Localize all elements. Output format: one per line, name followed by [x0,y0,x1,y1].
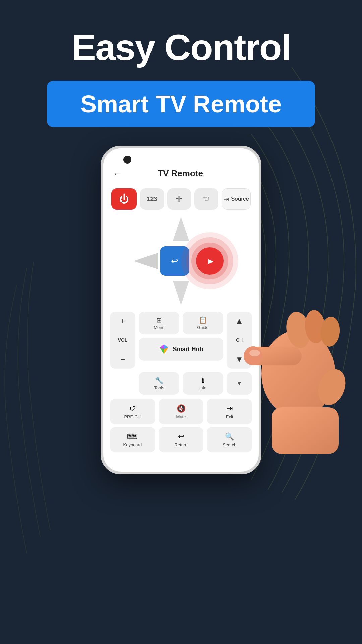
keyboard-icon: ⌨ [127,432,138,441]
info-icon: ℹ [202,376,204,384]
numeric-icon: 123 [147,196,157,203]
right-arrow-icon: ▶ [208,257,213,265]
keyboard-button[interactable]: ⌨ Keyboard [110,427,155,452]
gesture-icon: ☜ [203,195,209,203]
subtitle-text: Smart TV Remote [80,91,282,117]
return-label: Return [174,442,187,447]
return-button[interactable]: ↩ Return [159,427,204,452]
power-icon: ⏻ [119,193,129,205]
source-icon: ⇥ [223,195,229,203]
svg-point-9 [304,309,326,344]
pre-ch-button[interactable]: ↺ PRE-CH [110,399,155,424]
gesture-button[interactable]: ☜ [194,188,218,210]
keyboard-label: Keyboard [123,442,142,447]
tools-label: Tools [154,385,164,390]
svg-rect-12 [272,407,339,454]
guide-icon: 📋 [199,316,207,324]
smart-hub-label: Smart Hub [173,346,203,353]
dpad-down-button[interactable] [167,281,195,305]
ch-label: CH [236,337,243,343]
mute-label: Mute [176,414,186,419]
tools-button[interactable]: 🔧 Tools [139,372,179,395]
menu-label: Menu [154,325,165,330]
app-title: TV Remote [121,168,239,179]
back-button[interactable]: ← [113,168,121,179]
menu-icon: ⊞ [156,316,162,324]
main-title: Easy Control [0,27,362,67]
menu-button[interactable]: ⊞ Menu [139,312,179,334]
source-label: Source [231,196,249,202]
phone-mockup: ← TV Remote ⏻ 123 ✛ ☜ [101,146,261,474]
dpad-up-button[interactable] [167,217,195,241]
ch-down-icon: ▼ [236,380,242,387]
mute-icon: 🔇 [177,404,186,413]
vol-plus-icon: + [120,316,125,326]
dpad-icon: ✛ [176,194,182,204]
info-label: Info [199,385,207,390]
mute-button[interactable]: 🔇 Mute [159,399,204,424]
vol-label: VOL [118,337,128,343]
svg-point-8 [284,310,313,350]
ch-plus-icon: ▲ [235,316,243,326]
source-button[interactable]: ⇥ Source [222,188,251,210]
exit-button[interactable]: ⇥ Exit [207,399,252,424]
search-label: Search [223,442,236,447]
info-button[interactable]: ℹ Info [183,372,223,395]
ch-down-extra[interactable]: ▼ [227,372,252,395]
exit-label: Exit [226,414,233,419]
svg-point-11 [313,365,349,409]
return-icon: ↩ [178,432,184,441]
numeric-button[interactable]: 123 [140,188,164,210]
smart-hub-button[interactable]: Smart Hub [139,338,223,361]
dpad-button[interactable]: ✛ [167,188,191,210]
guide-button[interactable]: 📋 Guide [183,312,223,334]
ch-minus-icon: ▼ [235,355,243,364]
svg-point-10 [319,316,341,348]
dpad-left-button[interactable] [134,247,158,275]
ch-button[interactable]: ▲ CH ▼ [227,312,252,369]
pre-ch-label: PRE-CH [124,414,141,419]
svg-point-5 [261,330,335,417]
search-icon: 🔍 [225,432,234,441]
tools-icon: 🔧 [155,376,163,384]
power-button[interactable]: ⏻ [111,188,137,210]
pre-ch-icon: ↺ [129,404,135,413]
vol-minus-icon: − [120,355,125,364]
exit-icon: ⇥ [227,404,233,413]
smart-hub-icon [159,344,169,355]
vol-button[interactable]: + VOL − [110,312,135,369]
search-button[interactable]: 🔍 Search [207,427,252,452]
camera-hole [123,156,131,164]
guide-label: Guide [197,325,209,330]
center-icon: ↩ [171,256,178,266]
dpad-right-button[interactable]: ▶ [196,247,224,275]
